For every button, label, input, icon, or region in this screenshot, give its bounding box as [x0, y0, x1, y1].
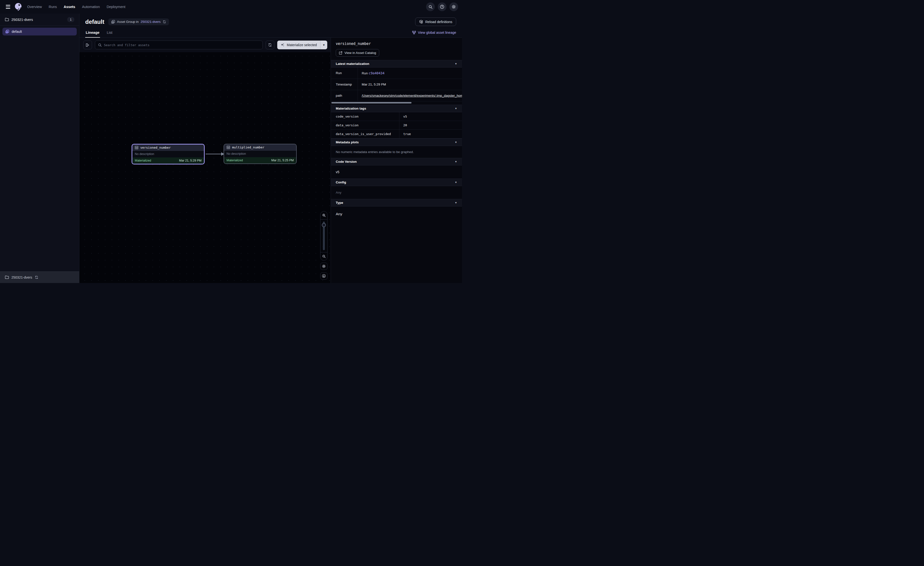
asset-detail-panel: versioned_number View in Asset Catalog L…	[331, 38, 462, 283]
help-icon[interactable]	[438, 2, 447, 11]
run-prefix: Run	[362, 71, 369, 75]
section-heading: Code Version	[336, 160, 357, 164]
refresh-icon[interactable]	[35, 275, 38, 279]
search-input[interactable]	[104, 43, 260, 47]
section-heading: Metadata plots	[336, 140, 359, 144]
page-header: default Asset Group in 250321-dvers	[80, 14, 462, 38]
nav-automation[interactable]: Automation	[82, 5, 100, 9]
asset-node-status-row: Materialized Mar 21, 5:29 PM	[132, 157, 204, 164]
chip-group-link[interactable]: 250321-dvers	[141, 20, 161, 24]
main-nav: Overview Runs Assets Automation Deployme…	[27, 5, 126, 9]
row-path: path /Users/smackesey/stm/code/elementl/…	[331, 90, 462, 101]
nav-runs[interactable]: Runs	[48, 5, 57, 9]
section-type[interactable]: Type ▼	[331, 199, 462, 206]
reload-definitions-button[interactable]: Reload definitions	[415, 18, 456, 26]
expand-sidebar-panel-icon[interactable]	[83, 41, 92, 49]
zoom-controls	[320, 211, 327, 280]
search-icon	[98, 43, 102, 47]
materialized-timestamp: Mar 21, 5:29 PM	[179, 159, 201, 162]
section-metadata-plots[interactable]: Metadata plots ▼	[331, 138, 462, 146]
materialize-dropdown-caret-icon[interactable]: ▼	[321, 41, 327, 49]
section-materialization-tags[interactable]: Materialization tags ▼	[331, 105, 462, 112]
collapse-caret-icon: ▼	[455, 160, 457, 163]
nav-overview[interactable]: Overview	[27, 5, 42, 9]
lineage-edge-arrow	[205, 151, 225, 158]
graph-settings-gear-icon[interactable]	[320, 263, 327, 270]
view-global-asset-lineage-link[interactable]: View global asset lineage	[412, 31, 456, 38]
row-timestamp: Timestamp Mar 21, 5:29 PM	[331, 79, 462, 90]
download-graph-icon[interactable]	[320, 272, 327, 280]
section-heading: Materialization tags	[336, 107, 366, 110]
run-id-link[interactable]: c9a40434	[369, 71, 384, 75]
hamburger-bars	[6, 5, 10, 9]
code-version-value: v5	[331, 166, 462, 179]
nav-deployment[interactable]: Deployment	[106, 5, 125, 9]
collapse-caret-icon: ▼	[455, 62, 457, 65]
reload-cube-icon	[419, 20, 423, 24]
refresh-icon[interactable]	[163, 20, 166, 24]
asset-node-description: No description	[224, 151, 296, 157]
materialize-selected-label: Materialize selected	[287, 43, 317, 47]
materialize-selected-button[interactable]: Materialize selected	[277, 41, 320, 49]
collapse-caret-icon: ▼	[455, 181, 457, 184]
path-link[interactable]: /Users/smackesey/stm/code/elementl/exper…	[362, 94, 462, 98]
tab-lineage[interactable]: Lineage	[85, 29, 100, 38]
type-value: Any	[331, 206, 462, 221]
reload-definitions-label: Reload definitions	[425, 20, 452, 24]
tag-value: v5	[399, 112, 462, 121]
section-latest-materialization[interactable]: Latest materialization ▼	[331, 60, 462, 68]
asset-group-chip: Asset Group in 250321-dvers	[108, 18, 169, 25]
refresh-graph-icon[interactable]	[266, 41, 274, 49]
section-code-version[interactable]: Code Version ▼	[331, 158, 462, 166]
asset-group-icon	[111, 20, 115, 24]
collapse-caret-icon: ▼	[455, 107, 457, 110]
zoom-slider-thumb[interactable]	[322, 223, 326, 227]
footer-code-location-name: 250321-dvers	[11, 275, 32, 279]
tag-row: data_version 20	[331, 121, 462, 130]
sidebar-group-250321-dvers[interactable]: 250321-dvers 1	[0, 14, 79, 26]
tag-key: code_version	[331, 112, 399, 121]
tag-value: true	[399, 130, 462, 138]
section-config[interactable]: Config ▼	[331, 179, 462, 186]
asset-search-box	[95, 41, 262, 49]
folder-icon	[5, 275, 9, 279]
tab-list[interactable]: List	[106, 29, 113, 38]
zoom-out-icon[interactable]	[321, 252, 327, 260]
asset-node-description: No description	[132, 151, 204, 157]
top-nav: Overview Runs Assets Automation Deployme…	[0, 0, 462, 14]
chip-prefix: Asset Group in	[117, 20, 139, 24]
topnav-actions	[426, 2, 458, 11]
asset-node-status-row: Materialized Mar 21, 5:25 PM	[224, 157, 296, 164]
zoom-slider[interactable]	[321, 220, 327, 252]
materialized-timestamp: Mar 21, 5:25 PM	[272, 159, 294, 162]
asset-node-multiplied-number[interactable]: multiplied_number No description Materia…	[224, 144, 297, 164]
nav-assets[interactable]: Assets	[64, 5, 75, 9]
tag-key: data_version_is_user_provided	[331, 130, 399, 138]
sidebar-item-label: default	[12, 30, 22, 33]
sidebar-item-default[interactable]: default	[2, 28, 77, 35]
tag-row: code_version v5	[331, 112, 462, 121]
horizontal-scrollbar	[332, 102, 462, 104]
asset-table-icon	[135, 146, 138, 149]
asset-node-versioned-number[interactable]: versioned_number No description Material…	[132, 144, 205, 164]
sidebar-group-count-badge: 1	[67, 17, 74, 22]
timestamp-value: Mar 21, 5:29 PM	[358, 79, 462, 90]
sidebar-footer-code-location[interactable]: 250321-dvers	[0, 271, 79, 283]
search-icon[interactable]	[426, 2, 435, 11]
materialized-status: Materialized	[135, 159, 151, 162]
view-in-asset-catalog-button[interactable]: View in Asset Catalog	[336, 49, 379, 57]
settings-gear-icon[interactable]	[449, 2, 458, 11]
lineage-canvas[interactable]: versioned_number No description Material…	[80, 52, 331, 283]
page-title: default	[85, 18, 104, 25]
hamburger-menu-icon[interactable]	[4, 3, 12, 11]
config-value: Any	[331, 186, 462, 199]
sidebar-group-name: 250321-dvers	[11, 18, 33, 22]
section-heading: Config	[336, 181, 346, 184]
tag-value: 20	[399, 121, 462, 129]
lineage-graph-icon	[412, 31, 416, 35]
zoom-in-icon[interactable]	[321, 211, 327, 220]
dagster-logo	[14, 2, 23, 11]
scrollbar-thumb[interactable]	[332, 102, 411, 104]
tabs-row: Lineage List View global asset lineage	[80, 29, 462, 38]
asset-group-icon	[5, 30, 9, 33]
